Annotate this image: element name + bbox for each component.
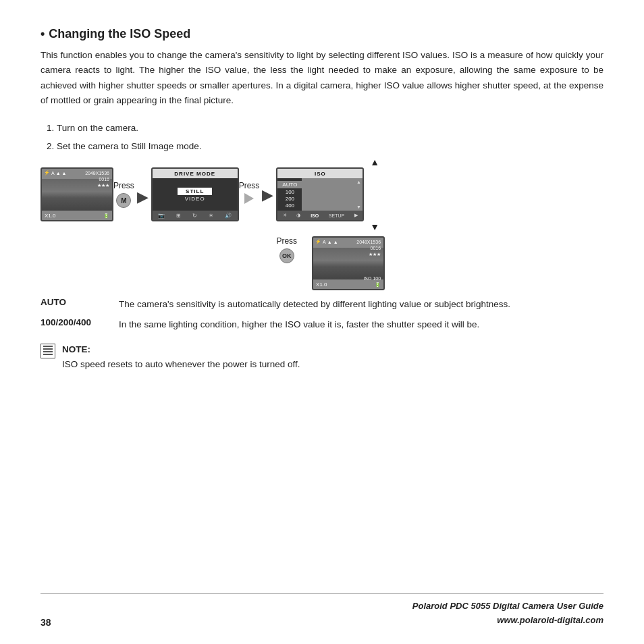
- press3-label: Press: [276, 236, 297, 246]
- arrow1: ▶: [137, 188, 149, 206]
- screen3-scrollbar: ▲ ▼: [354, 178, 363, 211]
- press3-group: Press OK: [276, 236, 297, 263]
- bullet: •: [41, 27, 45, 41]
- screen1-res-text: 2048X1536: [85, 170, 109, 176]
- screen1-resolution: 2048X1536 0016 ★★★: [85, 170, 109, 188]
- screen3-title: ISO: [315, 171, 326, 177]
- press2-group: Press ▶: [239, 167, 277, 204]
- title-text: Changing the ISO Speed: [49, 27, 190, 41]
- screen2-footer: 📷 ⊞ ↻ ☀ 🔊: [153, 211, 238, 220]
- screen3-400: 400: [286, 203, 294, 209]
- screen3-sun-icon: ☀: [283, 213, 287, 218]
- screen1-stars: ★★★: [85, 182, 109, 188]
- screen2-camera-icon: 📷: [158, 213, 165, 219]
- screen4-wrapper: ⚡ A ▲ ▲ 2048X1536 0016 ★★★ ISO 100 X1.0 …: [312, 236, 385, 290]
- page: •Changing the ISO Speed This function en…: [0, 0, 644, 644]
- screen2-sun-icon: ☀: [209, 213, 213, 219]
- screen1-battery-icon: 🔋: [103, 213, 109, 219]
- data-row-iso: 100/200/400 In the same lighting conditi…: [41, 317, 603, 332]
- note-section: NOTE: ISO speed resets to auto whenever …: [41, 342, 603, 371]
- key-auto: AUTO: [41, 297, 108, 307]
- footer-line1: Polaroid PDC 5055 Digital Camera User Gu…: [412, 599, 603, 614]
- press2-label: Press: [239, 181, 260, 190]
- camera-screen-4: ⚡ A ▲ ▲ 2048X1536 0016 ★★★ ISO 100 X1.0 …: [312, 236, 385, 290]
- up-arrow-icon: ▲: [370, 157, 379, 167]
- camera-screen-3: ISO AUTO 100 200 400 ▲ ▼ ☀ ◑: [276, 167, 364, 221]
- button-ok[interactable]: OK: [279, 248, 294, 263]
- press1-group: Press M ▶: [113, 167, 151, 208]
- screen4-flash-icon: ⚡: [315, 239, 321, 244]
- footer: 38 Polaroid PDC 5055 Digital Camera User…: [41, 593, 603, 628]
- screen2-loop-icon: ↻: [192, 213, 197, 219]
- screen3-body: AUTO 100 200 400: [277, 178, 302, 211]
- data-row-auto: AUTO The camera's sensitivity is automat…: [41, 297, 603, 312]
- press-ok-section: Press OK ⚡ A ▲ ▲ 2048X1536: [276, 236, 385, 290]
- diagram-screen1-group: ⚡ A ▲ ▲ 2048X1536 0016 ★★★ X1.0 🔋: [41, 167, 113, 221]
- screen1-a-icon: A: [51, 171, 55, 176]
- diagram-right-section: ▲ ISO AUTO 100 200 400 ▲ ▼: [276, 167, 385, 290]
- screen3-iso-label: ISO: [311, 213, 319, 218]
- note-line-4: [43, 354, 53, 355]
- diagram-screen2-group: DRIVE MODE STILL VIDEO 📷 ⊞ ↻ ☀ 🔊: [151, 167, 239, 221]
- screen4-zoom: X1.0: [316, 281, 327, 288]
- footer-info: Polaroid PDC 5055 Digital Camera User Gu…: [412, 599, 603, 628]
- screen1-icons: ⚡ A ▲ ▲: [44, 170, 67, 176]
- down-arrow-icon: ▼: [370, 221, 379, 232]
- note-label: NOTE:: [62, 344, 90, 354]
- note-line-3: [43, 351, 53, 352]
- note-content: NOTE: ISO speed resets to auto whenever …: [62, 342, 300, 371]
- screen2-grid-icon: ⊞: [176, 213, 181, 219]
- screen4-mount-icon: ▲: [327, 240, 332, 244]
- screen4-stars: ★★★: [356, 251, 381, 257]
- screen1-zoom: X1.0: [45, 213, 55, 219]
- button-play[interactable]: [244, 193, 254, 204]
- screen3-200: 200: [286, 196, 294, 202]
- screen2-sound-icon: 🔊: [225, 213, 232, 219]
- step-2: Set the camera to Still Image mode.: [57, 137, 603, 155]
- diagram: ⚡ A ▲ ▲ 2048X1536 0016 ★★★ X1.0 🔋 Press: [41, 167, 603, 290]
- screen2-header: DRIVE MODE: [153, 169, 238, 178]
- note-icon: [41, 344, 55, 358]
- step-1: Turn on the camera.: [57, 119, 603, 137]
- screen4-iso-label: ISO 100: [363, 276, 381, 281]
- screen3-play-icon: ▶: [354, 213, 358, 218]
- arrow2: ▶: [262, 186, 273, 204]
- camera-screen-1: ⚡ A ▲ ▲ 2048X1536 0016 ★★★ X1.0 🔋: [41, 167, 113, 221]
- screen4-number: 0016: [356, 245, 381, 251]
- screen4-mount2-icon: ▲: [333, 240, 338, 244]
- section-title: •Changing the ISO Speed: [41, 27, 603, 41]
- screen4-resolution: 2048X1536 0016 ★★★: [356, 239, 381, 257]
- footer-page-number: 38: [41, 617, 51, 628]
- screen3-100: 100: [286, 189, 294, 195]
- press1-label-group: Press M: [113, 181, 134, 208]
- description: This function enables you to change the …: [41, 48, 603, 108]
- key-iso: 100/200/400: [41, 317, 108, 327]
- note-line-1: [43, 346, 53, 347]
- press2-label-group: Press: [239, 181, 260, 204]
- screen3-setup-label: SETUP: [329, 213, 344, 218]
- screen4-icons: ⚡ A ▲ ▲: [315, 239, 338, 244]
- screen1-number: 0016: [85, 176, 109, 182]
- data-table: AUTO The camera's sensitivity is automat…: [41, 297, 603, 331]
- note-text: ISO speed resets to auto whenever the po…: [62, 359, 300, 369]
- scroll-down-icon: ▼: [356, 205, 361, 209]
- val-auto: The camera's sensitivity is automaticall…: [119, 297, 603, 312]
- camera-screen-2: DRIVE MODE STILL VIDEO 📷 ⊞ ↻ ☀ 🔊: [151, 167, 239, 221]
- screen3-footer: ☀ ◑ ISO SETUP ▶: [277, 211, 363, 220]
- screen3-header: ISO: [277, 169, 363, 178]
- note-line-2: [43, 348, 53, 350]
- screen1-mount2-icon: ▲: [62, 171, 67, 176]
- screen1-mount-icon: ▲: [56, 171, 61, 176]
- button-m[interactable]: M: [116, 193, 131, 208]
- press1-label: Press: [113, 181, 134, 190]
- screen2-title: DRIVE MODE: [174, 171, 215, 177]
- screen3-contrast-icon: ◑: [296, 213, 300, 218]
- screen2-video: VIDEO: [185, 196, 205, 202]
- screen4-battery-icon: 🔋: [375, 282, 381, 288]
- screen4-a-icon: A: [323, 240, 326, 244]
- scroll-up-icon: ▲: [356, 180, 361, 184]
- screen2-body: STILL VIDEO: [153, 178, 238, 211]
- footer-line2: www.polaroid-digital.com: [412, 614, 603, 628]
- screen2-still: STILL: [178, 188, 212, 195]
- screen3-auto: AUTO: [276, 181, 304, 188]
